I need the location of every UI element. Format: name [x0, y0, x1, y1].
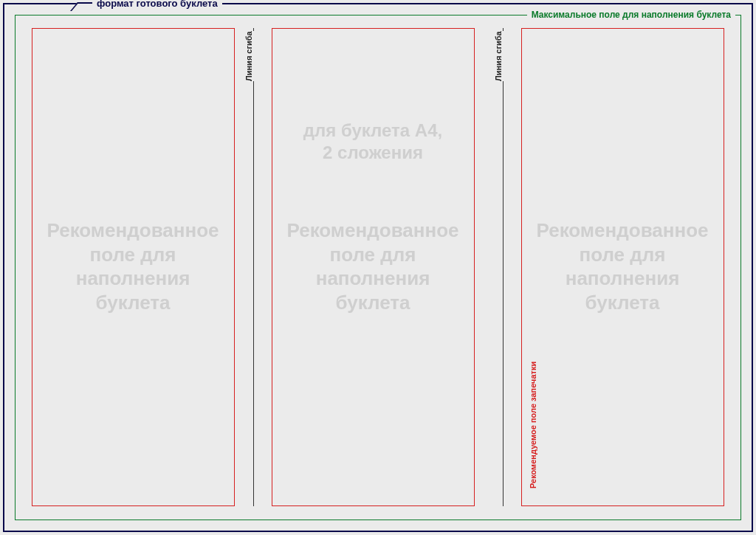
fold-label-1: Линия сгиба — [243, 31, 255, 81]
panel-3 — [521, 28, 724, 506]
panel-1 — [32, 28, 235, 506]
print-area-label: Рекомендуемое поле запечатки — [527, 362, 539, 489]
fold-line-1 — [253, 28, 254, 506]
fold-line-2 — [503, 28, 504, 506]
max-field-label: Максимальное поле для наполнения буклета — [527, 10, 735, 20]
panel-2 — [272, 28, 475, 506]
format-label: формат готового буклета — [92, 0, 222, 9]
fold-label-2: Линия сгиба — [492, 31, 504, 81]
